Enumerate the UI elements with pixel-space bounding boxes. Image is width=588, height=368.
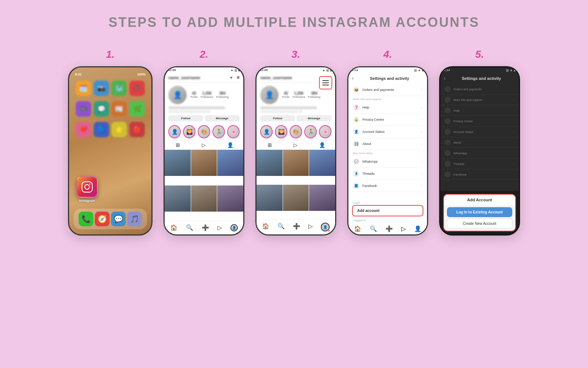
signal-icon: ||| bbox=[234, 68, 237, 72]
phone-3-story-5[interactable]: 🌸 bbox=[319, 125, 331, 138]
phone-4-settings-header: ‹ Settings and activity bbox=[348, 73, 427, 82]
phone-3-message-btn[interactable]: Message bbox=[297, 115, 331, 121]
phone-2-nav-add[interactable]: ➕ bbox=[202, 224, 209, 231]
dock-phone[interactable]: 📞 bbox=[79, 212, 93, 226]
hamburger-line-3 bbox=[322, 85, 329, 85]
app-icon-6[interactable]: 💬 bbox=[94, 101, 109, 117]
phone-4-about-chevron: › bbox=[422, 142, 423, 146]
phone-3-story-4[interactable]: 🏃 bbox=[304, 125, 317, 138]
hamburger-menu-button[interactable] bbox=[319, 76, 332, 89]
phone-4-nav-reels[interactable]: ▷ bbox=[401, 225, 406, 232]
dock-messages[interactable]: 💬 bbox=[111, 212, 126, 226]
app-icon-3[interactable]: 🗺️ bbox=[111, 81, 127, 96]
phone-3-nav-reels[interactable]: ▷ bbox=[308, 223, 313, 231]
phone-4-nav-search[interactable]: 🔍 bbox=[370, 225, 377, 232]
menu-lines-icon[interactable]: ≡ bbox=[237, 74, 240, 81]
phone-2-nav-search[interactable]: 🔍 bbox=[186, 224, 193, 231]
svg-point-2 bbox=[89, 184, 90, 185]
phone-5-create-account-btn[interactable]: Create New Account bbox=[447, 219, 512, 229]
app-icon-10[interactable]: 🔵 bbox=[94, 122, 109, 137]
phone-2-reels-tab[interactable]: ▷ bbox=[191, 141, 217, 149]
phone-2-bio bbox=[165, 106, 243, 114]
phone-3-story-2[interactable]: 🌄 bbox=[275, 125, 287, 138]
phone-2-tabs: ⊞ ▷ 👤 bbox=[165, 141, 243, 150]
phone-4-threads-icon: 🧵 bbox=[353, 170, 359, 177]
phone-4-account-status-label: Account Status bbox=[362, 130, 422, 134]
app-icon-9[interactable]: ❤️ bbox=[76, 122, 91, 137]
phone-2-message-btn[interactable]: Message bbox=[205, 115, 240, 121]
phone-4-nav-profile[interactable]: 👤 bbox=[414, 225, 422, 232]
phone-2-story-2[interactable]: 🌄 bbox=[183, 125, 196, 138]
phone-2-story-5[interactable]: 🌸 bbox=[227, 125, 240, 138]
phone-4-facebook-label: Facebook bbox=[362, 184, 422, 188]
phone-3-follow-btn[interactable]: Follow bbox=[260, 115, 295, 121]
phone-4-more-info-section: More info and support bbox=[348, 96, 427, 102]
app-icon-5[interactable]: 🎮 bbox=[76, 101, 91, 117]
phone-4-facebook-item[interactable]: 📘 Facebook › bbox=[348, 180, 427, 192]
step-4: 4. 1:14 ||| ▲ ▮ ‹ Settings and activity … bbox=[347, 49, 428, 236]
phone-2-story-4[interactable]: 🏃 bbox=[212, 125, 225, 138]
app-icon-11[interactable]: ⭐ bbox=[111, 122, 127, 137]
wifi-icon: ▲ bbox=[230, 68, 233, 72]
phone-1-battery: 100% bbox=[137, 72, 146, 76]
phone-3-nav-add[interactable]: ➕ bbox=[293, 223, 300, 231]
phone-4-nav-home[interactable]: 🏠 bbox=[354, 225, 361, 232]
phone-3-following-label: Following bbox=[308, 95, 320, 99]
phone-2-follow-btn[interactable]: Follow bbox=[168, 115, 203, 121]
phone-2-nav-reels[interactable]: ▷ bbox=[218, 224, 222, 231]
phone-4-whatsapp-chevron: › bbox=[422, 160, 423, 163]
step-3-number: 3. bbox=[291, 49, 300, 60]
phone-3-grid-tab[interactable]: ⊞ bbox=[257, 141, 283, 149]
phone-3-story-1[interactable]: 👤 bbox=[260, 125, 273, 138]
phone-3-nav-home[interactable]: 🏠 bbox=[262, 223, 269, 231]
phone-5-moreinfo-item: More info and support › bbox=[440, 95, 519, 105]
phone-5-signal: ||| bbox=[506, 68, 509, 72]
app-icon-4[interactable]: 🎵 bbox=[129, 81, 145, 96]
phone-4-nav-add[interactable]: ➕ bbox=[386, 225, 393, 232]
phone-5-settings-header: ‹ Settings and activity bbox=[440, 73, 519, 82]
instagram-app-icon[interactable] bbox=[76, 176, 98, 198]
phone-3-signal-icon: ||| bbox=[326, 68, 329, 72]
phone-2-nav-profile[interactable]: 👤 bbox=[230, 224, 238, 231]
phone-2-posts-stat: 42 Posts bbox=[190, 91, 198, 99]
phone-5-back-btn[interactable]: ‹ bbox=[444, 76, 445, 81]
phone-4-privacy-item[interactable]: 🔒 Privacy Centre › bbox=[348, 114, 427, 126]
phone-4-status-icons: ||| ▲ ▮ bbox=[414, 68, 423, 72]
phone-4-back-btn[interactable]: ‹ bbox=[352, 76, 354, 81]
phone-2-nav-home[interactable]: 🏠 bbox=[170, 224, 178, 231]
phone-4-help-item[interactable]: ❓ Help › bbox=[348, 102, 427, 114]
phone-5-login-existing-btn[interactable]: Log In to Existing Account bbox=[447, 207, 512, 217]
phone-4-about-item[interactable]: ℹ️ About › bbox=[348, 138, 427, 150]
app-icon-1[interactable]: 🗓️ bbox=[76, 81, 91, 96]
phone-5-whatsapp-icon bbox=[445, 150, 451, 156]
hamburger-line-2 bbox=[322, 82, 329, 83]
phone-3-nav-search[interactable]: 🔍 bbox=[277, 223, 285, 231]
app-icon-8[interactable]: 🌿 bbox=[129, 101, 145, 117]
phone-5-status-icons: ||| ▲ ▮ bbox=[506, 68, 515, 72]
phone-2-tagged-tab[interactable]: 👤 bbox=[217, 141, 243, 149]
phone-4-orders-item[interactable]: 📦 Orders and payments › bbox=[348, 84, 427, 96]
phone-4-threads-item[interactable]: 🧵 Threads › bbox=[348, 168, 427, 180]
phone-3-story-3[interactable]: 🎨 bbox=[290, 125, 302, 138]
app-icon-2[interactable]: 📷 bbox=[94, 81, 109, 96]
phone-5-moreinfo-chevron: › bbox=[513, 98, 514, 102]
dock-music[interactable]: 🎵 bbox=[127, 212, 142, 226]
phone-3-reels-tab[interactable]: ▷ bbox=[283, 141, 309, 149]
phone-3-followers-num: 1,256 bbox=[294, 91, 304, 95]
plus-icon[interactable]: ＋ bbox=[229, 74, 234, 81]
phone-4-add-account-btn[interactable]: Add account bbox=[352, 205, 423, 216]
phone-2-following-stat: 384 Following bbox=[216, 91, 229, 99]
app-icon-12[interactable]: 🔴 bbox=[129, 122, 145, 137]
app-icon-7[interactable]: 📰 bbox=[111, 101, 127, 117]
phone-2-story-1[interactable]: 👤 bbox=[168, 125, 181, 138]
phone-4-account-status-item[interactable]: 👤 Account Status › bbox=[348, 126, 427, 138]
phone-2-grid-tab[interactable]: ⊞ bbox=[165, 141, 191, 149]
phone-3-tagged-tab[interactable]: 👤 bbox=[309, 141, 335, 149]
phone-5-status-bar: 1:14 ||| ▲ ▮ bbox=[440, 67, 519, 73]
phone-4-whatsapp-item[interactable]: 💬 WhatsApp › bbox=[348, 156, 427, 168]
instagram-app-wrapper[interactable]: Instagram bbox=[74, 176, 100, 206]
phone-2-stats: 42 Posts 1,256 Followers 384 Following bbox=[190, 91, 229, 99]
phone-2-story-3[interactable]: 🎨 bbox=[198, 125, 210, 138]
phone-5-moreinfo-icon bbox=[445, 97, 451, 103]
dock-safari[interactable]: 🧭 bbox=[95, 212, 110, 226]
